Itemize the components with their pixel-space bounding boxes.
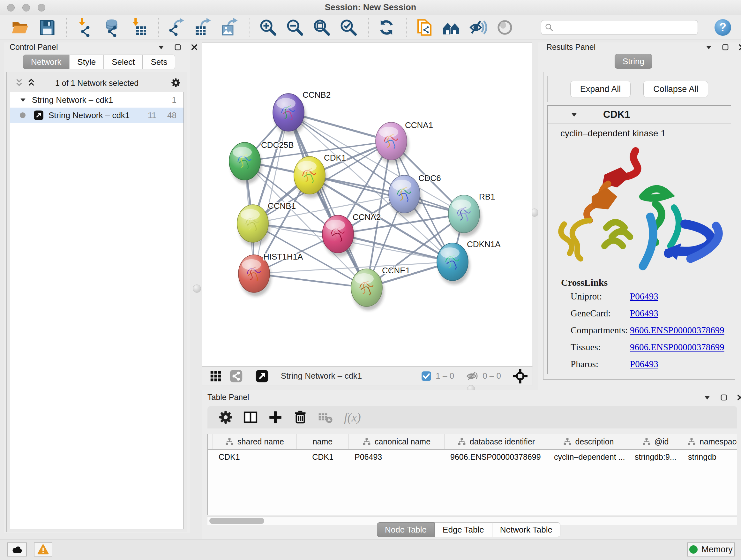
export-network-icon[interactable] — [167, 18, 186, 37]
network-node-RB1[interactable] — [448, 195, 481, 237]
import-database-icon[interactable] — [103, 18, 121, 37]
network-node-CDK1[interactable] — [294, 157, 327, 198]
fit-selected-icon[interactable] — [513, 369, 528, 383]
table-cell[interactable]: stringdb — [682, 450, 737, 464]
network-options-gear-icon[interactable] — [171, 77, 181, 88]
hidden-eye-icon[interactable] — [466, 370, 479, 382]
protein-collapse-icon[interactable] — [570, 111, 578, 119]
network-node-CCNA1[interactable] — [376, 122, 408, 164]
panel-close-icon[interactable] — [738, 43, 741, 51]
function-builder-icon[interactable]: f(x) — [344, 410, 361, 424]
network-node-CCNB1[interactable] — [237, 205, 270, 246]
warnings-button[interactable] — [34, 543, 52, 557]
zoom-in-icon[interactable] — [259, 18, 277, 37]
toolbar-separator — [368, 18, 369, 37]
panel-menu-icon[interactable] — [157, 43, 165, 51]
hide-selected-icon[interactable] — [469, 18, 487, 37]
network-node-CCNA2[interactable] — [322, 215, 355, 257]
network-manager: 1 of 1 Network selected String Network –… — [6, 72, 187, 532]
network-node-CDKN1A[interactable] — [437, 243, 470, 285]
zoom-fit-icon[interactable] — [313, 18, 331, 37]
panel-float-icon[interactable] — [174, 43, 182, 51]
help-button[interactable]: ? — [715, 19, 731, 36]
column-header-shared-name[interactable]: shared name — [213, 434, 297, 449]
panel-menu-icon[interactable] — [703, 393, 711, 401]
cloud-status-button[interactable] — [7, 543, 27, 557]
scrollbar-thumb[interactable] — [209, 518, 264, 524]
show-all-icon[interactable] — [495, 18, 514, 37]
network-row[interactable]: String Network – cdk1 11 48 — [10, 108, 184, 123]
network-overview-icon[interactable] — [229, 369, 243, 383]
quick-search-box[interactable] — [541, 20, 698, 35]
column-header-description[interactable]: description — [548, 434, 629, 449]
expand-all-button[interactable]: Expand All — [570, 81, 631, 98]
show-columns-icon[interactable] — [243, 409, 259, 425]
home-layout-icon[interactable] — [442, 18, 461, 37]
save-session-icon[interactable] — [38, 18, 56, 37]
clone-network-icon[interactable] — [415, 18, 434, 37]
birdseye-view-icon[interactable] — [209, 370, 222, 382]
crosslink-link[interactable]: 9606.ENSP00000378699 — [630, 325, 724, 335]
column-header-database-identifier[interactable]: database identifier — [445, 434, 548, 449]
tab-network[interactable]: Network — [23, 55, 69, 69]
zoom-out-icon[interactable] — [286, 18, 304, 37]
panel-close-icon[interactable] — [190, 43, 199, 51]
toolbar-separator — [66, 18, 67, 37]
zoom-selected-icon[interactable] — [339, 18, 358, 37]
crosslink-link[interactable]: P06493 — [630, 308, 658, 319]
network-edge-CCNB2-HIST1H1A[interactable] — [254, 112, 288, 273]
left-splitter-handle[interactable] — [193, 285, 201, 293]
import-table-icon[interactable] — [129, 18, 148, 37]
table-options-gear-icon[interactable] — [218, 409, 233, 425]
memory-label: Memory — [701, 545, 733, 555]
attribute-tree-icon — [225, 438, 233, 446]
panel-menu-icon[interactable] — [704, 43, 713, 51]
network-node-CDC6[interactable] — [389, 175, 421, 217]
refresh-layout-icon[interactable] — [377, 18, 396, 37]
collapse-all-button[interactable]: Collapse All — [643, 81, 708, 98]
tab-node-table[interactable]: Node Table — [377, 522, 434, 537]
node-label-CDC6: CDC6 — [418, 173, 441, 183]
network-node-CCNE1[interactable] — [351, 269, 384, 310]
tab-network-table[interactable]: Network Table — [492, 522, 560, 537]
crosslink-link[interactable]: P06493 — [630, 359, 658, 369]
export-table-icon[interactable] — [194, 18, 212, 37]
delete-table-icon[interactable] — [317, 409, 333, 425]
delete-column-icon[interactable] — [292, 409, 308, 425]
crosslink-link[interactable]: 9606.ENSP00000378699 — [630, 342, 724, 353]
tab-edge-table[interactable]: Edge Table — [434, 522, 492, 537]
network-canvas[interactable]: CCNB2CCNA1CDC25BCDK1CDC6RB1CCNB1CCNA2CDK… — [202, 43, 532, 367]
panel-float-icon[interactable] — [721, 43, 730, 51]
add-column-icon[interactable] — [267, 409, 283, 425]
export-image-icon[interactable] — [221, 18, 239, 37]
table-cell[interactable]: CDK1 — [297, 450, 349, 464]
crosslink-link[interactable]: P06493 — [630, 291, 658, 302]
collection-expand-icon[interactable] — [19, 96, 27, 104]
table-cell[interactable]: P06493 — [349, 450, 445, 464]
tab-string[interactable]: String — [615, 54, 652, 69]
search-input[interactable] — [554, 23, 689, 32]
open-session-icon[interactable] — [11, 18, 29, 37]
column-header-namespace[interactable]: namespace — [682, 434, 737, 449]
table-row[interactable]: CDK1CDK1P064939606.ENSP00000378699cyclin… — [208, 450, 737, 464]
table-cell[interactable]: cyclin–dependent ... — [548, 450, 629, 464]
import-network-icon[interactable] — [76, 18, 94, 37]
network-node-CCNB2[interactable] — [273, 94, 306, 135]
column-header-canonical-name[interactable]: canonical name — [349, 434, 445, 449]
tab-sets[interactable]: Sets — [143, 55, 175, 69]
column-header-name[interactable]: name — [297, 434, 349, 449]
selected-checkbox-icon[interactable] — [421, 371, 432, 381]
table-cell[interactable]: stringdb:9... — [629, 450, 682, 464]
column-header--id[interactable]: @id — [629, 434, 682, 449]
panel-float-icon[interactable] — [720, 393, 728, 401]
crosslink-label: Tissues: — [570, 342, 630, 353]
detach-view-icon[interactable] — [255, 369, 269, 383]
table-cell[interactable]: CDK1 — [213, 450, 297, 464]
table-cell[interactable]: 9606.ENSP00000378699 — [445, 450, 548, 464]
panel-close-icon[interactable] — [736, 393, 741, 401]
memory-button[interactable]: Memory — [687, 543, 735, 557]
network-view-title: String Network – cdk1 — [281, 371, 362, 381]
network-collection-row[interactable]: String Network – cdk1 1 — [10, 92, 184, 108]
tab-style[interactable]: Style — [69, 55, 104, 69]
tab-select[interactable]: Select — [104, 55, 143, 69]
